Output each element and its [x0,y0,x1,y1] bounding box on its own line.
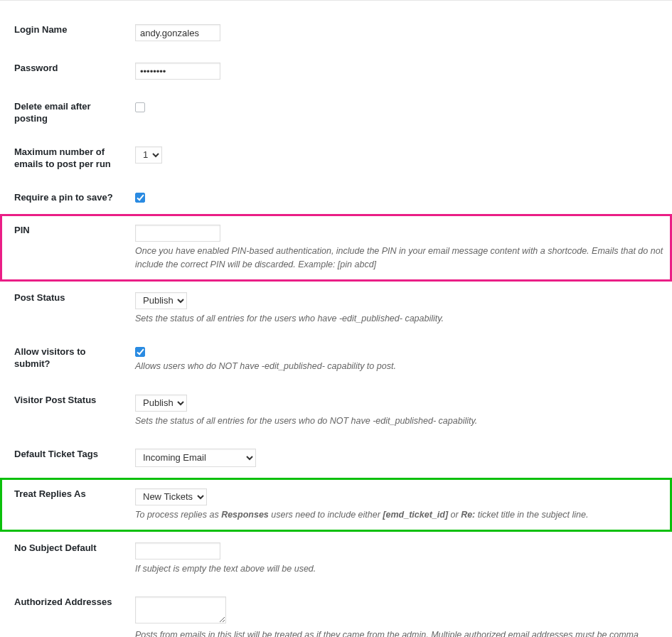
treat-replies-select[interactable]: New Tickets [135,488,207,505]
no-subject-label: No Subject Default [0,532,128,586]
treat-replies-desc: To process replies as Responses users ne… [135,508,665,521]
visitor-post-status-label: Visitor Post Status [0,384,128,438]
visitor-post-status-desc: Sets the status of all entries for the u… [135,414,665,427]
allow-visitors-checkbox[interactable] [135,347,145,357]
no-subject-desc: If subject is empty the text above will … [135,562,665,575]
delete-email-label: Delete email after posting [0,90,128,136]
pin-desc: Once you have enabled PIN-based authenti… [135,245,665,270]
authorized-desc: Posts from emails in this list will be t… [135,628,665,637]
no-subject-input[interactable] [135,542,220,560]
divider [0,0,672,1]
visitor-post-status-select[interactable]: Publish [135,395,187,412]
default-tags-label: Default Ticket Tags [0,438,128,478]
post-status-desc: Sets the status of all entries for the u… [135,312,665,325]
require-pin-label: Require a pin to save? [0,181,128,215]
pin-label: PIN [0,214,128,281]
max-emails-select[interactable]: 1 [135,146,162,164]
authorized-textarea[interactable] [135,596,226,623]
settings-form: Login Name Password Delete email after p… [0,14,672,637]
treat-replies-label: Treat Replies As [0,478,128,532]
login-name-label: Login Name [0,14,128,52]
max-emails-label: Maximum number of emails to post per run [0,136,128,181]
allow-visitors-label: Allow visitors to submit? [0,336,128,384]
password-input[interactable] [135,63,220,80]
require-pin-checkbox[interactable] [135,193,145,203]
post-status-select[interactable]: Publish [135,292,187,309]
default-tags-select[interactable]: Incoming Email [135,449,256,467]
post-status-label: Post Status [0,282,128,336]
login-name-input[interactable] [135,24,220,41]
pin-input[interactable] [135,225,220,242]
pin-highlight-row: PIN Once you have enabled PIN-based auth… [0,214,672,281]
allow-visitors-desc: Allows users who do NOT have -edit_publi… [135,360,665,373]
password-label: Password [0,52,128,90]
treat-replies-highlight-row: Treat Replies As New Tickets To process … [0,478,672,532]
delete-email-checkbox[interactable] [135,102,145,112]
authorized-label: Authorized Addresses [0,586,128,637]
